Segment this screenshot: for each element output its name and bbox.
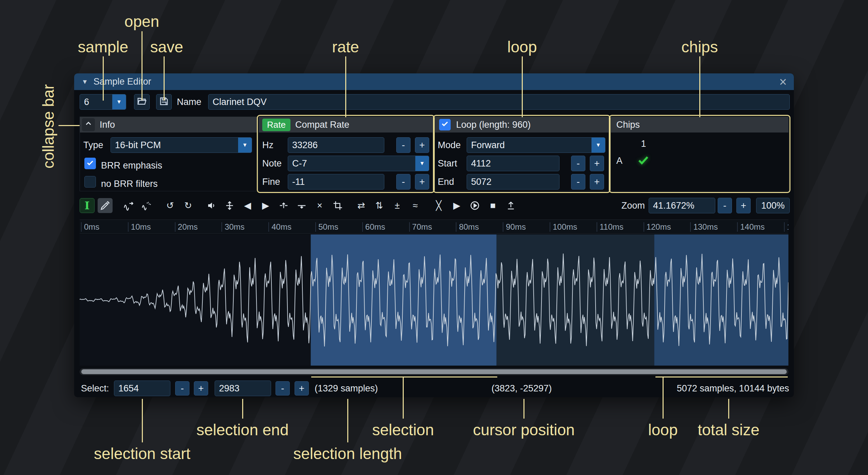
cursor-position-text: (3823, -25297) [491,381,552,396]
invert-button[interactable]: ⇅ [372,198,387,213]
info-panel: Info Type 16-bit PCM ▼ BRR emphasis no B… [80,117,257,191]
select-label: Select: [81,381,109,396]
undo-button[interactable]: ↺ [163,198,178,213]
zoom-out-button[interactable]: - [718,198,732,213]
chip-enabled-checkbox[interactable] [636,154,650,168]
preview-button[interactable]: ▶ [449,198,464,213]
post-selection-region[interactable] [497,234,654,366]
waveform-scrollbar-thumb[interactable] [81,369,787,374]
annotation-total-size-label: total size [698,421,760,439]
annotation-selection-start-label: selection start [94,444,190,463]
selection-region[interactable] [311,234,497,366]
loop-region[interactable] [654,234,788,366]
loop-mode-select[interactable]: Forward ▼ [467,137,605,153]
delete-button[interactable]: × [312,198,327,213]
annotation-cursor-position-label: cursor position [473,421,574,439]
chevron-down-icon[interactable]: ▼ [112,94,126,109]
chevron-down-icon[interactable]: ▼ [415,156,429,171]
fine-minus-button[interactable]: - [396,174,411,190]
redo-button[interactable]: ↻ [181,198,196,213]
zoom-label: Zoom [621,198,645,213]
annotation-sample-label: sample [78,38,128,56]
selection-end-plus-button[interactable]: + [295,381,309,395]
ruler-label: 100ms [550,222,577,232]
ruler-label: 70ms [409,222,432,232]
loop-enable-checkbox[interactable] [439,119,451,130]
ruler-label: 90ms [503,222,526,232]
reverse-button[interactable]: ⇄ [354,198,369,213]
waveform-scrollbar-track[interactable] [80,368,788,375]
resample-button[interactable] [139,198,154,213]
annotation-open-line [141,31,143,100]
green-check-icon [637,154,650,168]
annotation-chips-line [699,56,700,117]
window-collapse-icon[interactable]: ▼ [82,78,88,86]
loop-start-minus-button[interactable]: - [571,156,585,171]
ruler-label: 150ms [784,222,788,232]
loop-start-plus-button[interactable]: + [590,156,604,171]
sample-name-input[interactable]: Clarinet DQV [208,94,790,110]
zoom-in-button[interactable]: + [736,198,751,213]
loop-end-plus-button[interactable]: + [590,174,604,190]
reset-zoom-button[interactable]: 100% [756,198,790,213]
brr-emphasis-checkbox[interactable] [84,158,96,169]
zoom-input[interactable]: 41.1672% [649,198,715,213]
brr-emphasis-label: BRR emphasis [101,158,162,173]
hz-plus-button[interactable]: + [415,137,429,153]
annotation-collapse-bar-label: collapse bar [39,84,57,169]
insert-silence-button[interactable] [276,198,291,213]
normalize-button[interactable] [222,198,237,213]
ruler-label: 30ms [221,222,245,232]
annotation-selection-stem [403,376,404,419]
stop-button[interactable]: ■ [485,198,500,213]
ruler-label: 40ms [268,222,291,232]
close-icon[interactable]: × [776,75,790,89]
chevron-down-icon[interactable]: ▼ [238,138,252,153]
import-button[interactable] [503,198,518,213]
fine-plus-button[interactable]: + [415,174,429,190]
note-select[interactable]: C-7 ▼ [288,156,429,171]
ruler-label: 130ms [690,222,718,232]
annotation-rate-line [345,56,346,117]
selection-end-input[interactable]: 2983 [215,381,271,396]
trim-button[interactable] [330,198,345,213]
waveform-canvas[interactable] [80,234,788,366]
sign-invert-button[interactable]: ± [390,198,405,213]
edit-mode-draw-button[interactable] [98,198,113,213]
loop-end-input[interactable]: 5072 [467,174,560,190]
fade-out-button[interactable]: ▶ [258,198,273,213]
no-brr-filters-checkbox[interactable] [84,176,96,188]
loop-panel-header: Loop (length: 960) [435,117,608,133]
check-icon [440,119,449,130]
selection-end-minus-button[interactable]: - [276,381,290,395]
apply-silence-button[interactable] [294,198,309,213]
title-bar[interactable]: ▼ Sample Editor × [74,73,794,90]
apply-filter-button[interactable]: ≈ [408,198,423,213]
resize-button[interactable] [121,198,136,213]
loop-start-label: Start [438,156,457,171]
chip-row-label: A [616,153,622,169]
selection-start-minus-button[interactable]: - [175,381,189,395]
hz-input[interactable]: 33286 [288,137,384,153]
loop-start-input[interactable]: 4112 [467,156,560,171]
crossfade-loop-button[interactable]: ╳ [431,198,446,213]
selection-start-input[interactable]: 1654 [114,381,170,396]
edit-mode-select-button[interactable]: I [80,198,95,213]
fine-input[interactable]: -11 [288,174,384,190]
timeline-ruler[interactable]: 0ms10ms20ms30ms40ms50ms60ms70ms80ms90ms1… [80,219,788,234]
collapse-info-button[interactable] [82,118,95,131]
fine-label: Fine [262,174,280,190]
ruler-label: 50ms [315,222,338,232]
hz-minus-button[interactable]: - [396,137,411,153]
loop-end-minus-button[interactable]: - [571,174,585,190]
selection-start-plus-button[interactable]: + [194,381,208,395]
ruler-label: 110ms [597,222,623,232]
annotation-loop-stem [663,376,664,419]
chevron-down-icon[interactable]: ▼ [591,138,605,153]
annotation-selection-end-label: selection end [196,421,288,439]
fade-in-button[interactable]: ◀ [240,198,255,213]
sample-type-select[interactable]: 16-bit PCM ▼ [111,137,252,153]
annotation-selection-length-line [347,399,348,442]
amplify-button[interactable] [204,198,219,213]
play-button[interactable] [467,198,482,213]
